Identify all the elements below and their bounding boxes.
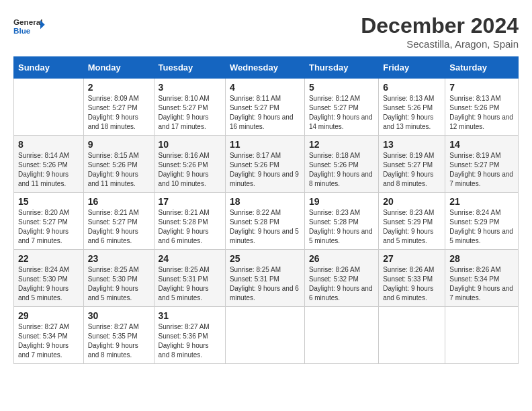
calendar-day-cell: 27 Sunrise: 8:26 AMSunset: 5:33 PMDaylig… <box>379 250 445 307</box>
day-number: 29 <box>18 310 79 321</box>
day-detail: Sunrise: 8:23 AMSunset: 5:29 PMDaylight:… <box>383 209 434 244</box>
day-detail: Sunrise: 8:19 AMSunset: 5:27 PMDaylight:… <box>449 152 513 187</box>
day-number: 13 <box>383 139 441 150</box>
calendar-day-cell: 12 Sunrise: 8:18 AMSunset: 5:26 PMDaylig… <box>304 136 378 193</box>
calendar-day-cell: 16 Sunrise: 8:21 AMSunset: 5:27 PMDaylig… <box>83 193 154 250</box>
calendar-week-row: 22 Sunrise: 8:24 AMSunset: 5:30 PMDaylig… <box>14 250 519 307</box>
day-detail: Sunrise: 8:27 AMSunset: 5:36 PMDaylight:… <box>159 323 210 359</box>
calendar-week-row: 2 Sunrise: 8:09 AMSunset: 5:27 PMDayligh… <box>14 79 519 136</box>
location-subtitle: Secastilla, Aragon, Spain <box>361 38 519 50</box>
day-number: 26 <box>309 253 374 264</box>
calendar-day-cell: 10 Sunrise: 8:16 AMSunset: 5:26 PMDaylig… <box>154 136 225 193</box>
calendar-day-cell: 7 Sunrise: 8:13 AMSunset: 5:26 PMDayligh… <box>445 79 519 136</box>
day-number: 16 <box>88 196 150 207</box>
calendar-day-cell: 11 Sunrise: 8:17 AMSunset: 5:26 PMDaylig… <box>225 136 304 193</box>
day-number: 24 <box>159 253 221 264</box>
svg-text:Blue: Blue <box>13 26 31 35</box>
calendar-day-cell: 20 Sunrise: 8:23 AMSunset: 5:29 PMDaylig… <box>379 193 445 250</box>
day-detail: Sunrise: 8:14 AMSunset: 5:26 PMDaylight:… <box>18 152 69 187</box>
day-detail: Sunrise: 8:26 AMSunset: 5:34 PMDaylight:… <box>449 266 513 302</box>
calendar-day-cell: 25 Sunrise: 8:25 AMSunset: 5:31 PMDaylig… <box>225 250 304 307</box>
day-number: 3 <box>159 82 221 93</box>
calendar-header-thursday: Thursday <box>304 57 378 79</box>
day-detail: Sunrise: 8:18 AMSunset: 5:26 PMDaylight:… <box>309 152 373 187</box>
day-number: 10 <box>159 139 221 150</box>
calendar-day-cell: 30 Sunrise: 8:27 AMSunset: 5:35 PMDaylig… <box>83 307 154 364</box>
day-number: 7 <box>449 82 514 93</box>
calendar-header-wednesday: Wednesday <box>225 57 304 79</box>
day-detail: Sunrise: 8:20 AMSunset: 5:27 PMDaylight:… <box>18 209 69 244</box>
day-number: 18 <box>230 196 300 207</box>
calendar-day-cell: 2 Sunrise: 8:09 AMSunset: 5:27 PMDayligh… <box>83 79 154 136</box>
calendar-week-row: 29 Sunrise: 8:27 AMSunset: 5:34 PMDaylig… <box>14 307 519 364</box>
page-header: General Blue December 2024 Secastilla, A… <box>13 13 519 50</box>
day-detail: Sunrise: 8:27 AMSunset: 5:35 PMDaylight:… <box>88 323 139 359</box>
calendar-day-cell: 22 Sunrise: 8:24 AMSunset: 5:30 PMDaylig… <box>14 250 84 307</box>
day-number: 12 <box>309 139 374 150</box>
calendar-day-cell: 14 Sunrise: 8:19 AMSunset: 5:27 PMDaylig… <box>445 136 519 193</box>
day-number: 21 <box>449 196 514 207</box>
calendar-day-cell: 24 Sunrise: 8:25 AMSunset: 5:31 PMDaylig… <box>154 250 225 307</box>
calendar-day-cell <box>14 79 84 136</box>
calendar-header-monday: Monday <box>83 57 154 79</box>
calendar-week-row: 15 Sunrise: 8:20 AMSunset: 5:27 PMDaylig… <box>14 193 519 250</box>
title-section: December 2024 Secastilla, Aragon, Spain <box>361 13 519 50</box>
calendar-week-row: 8 Sunrise: 8:14 AMSunset: 5:26 PMDayligh… <box>14 136 519 193</box>
day-number: 8 <box>18 139 79 150</box>
day-number: 4 <box>230 82 300 93</box>
day-detail: Sunrise: 8:21 AMSunset: 5:27 PMDaylight:… <box>88 209 139 244</box>
general-blue-logo-icon: General Blue <box>13 13 47 40</box>
day-number: 28 <box>449 253 514 264</box>
day-number: 25 <box>230 253 300 264</box>
calendar-day-cell: 18 Sunrise: 8:22 AMSunset: 5:28 PMDaylig… <box>225 193 304 250</box>
day-number: 9 <box>88 139 150 150</box>
day-detail: Sunrise: 8:11 AMSunset: 5:27 PMDaylight:… <box>230 95 294 130</box>
day-number: 11 <box>230 139 300 150</box>
day-detail: Sunrise: 8:15 AMSunset: 5:26 PMDaylight:… <box>88 152 139 187</box>
calendar-day-cell <box>379 307 445 364</box>
day-number: 30 <box>88 310 150 321</box>
calendar-header-sunday: Sunday <box>14 57 84 79</box>
day-number: 5 <box>309 82 374 93</box>
day-detail: Sunrise: 8:26 AMSunset: 5:32 PMDaylight:… <box>309 266 373 302</box>
day-number: 27 <box>383 253 441 264</box>
day-number: 15 <box>18 196 79 207</box>
calendar-header-friday: Friday <box>379 57 445 79</box>
day-detail: Sunrise: 8:22 AMSunset: 5:28 PMDaylight:… <box>230 209 299 244</box>
calendar-day-cell: 13 Sunrise: 8:19 AMSunset: 5:27 PMDaylig… <box>379 136 445 193</box>
calendar-day-cell: 6 Sunrise: 8:13 AMSunset: 5:26 PMDayligh… <box>379 79 445 136</box>
logo: General Blue <box>13 13 47 40</box>
day-detail: Sunrise: 8:23 AMSunset: 5:28 PMDaylight:… <box>309 209 373 244</box>
day-detail: Sunrise: 8:13 AMSunset: 5:26 PMDaylight:… <box>383 95 434 130</box>
day-detail: Sunrise: 8:27 AMSunset: 5:34 PMDaylight:… <box>18 323 69 359</box>
day-number: 19 <box>309 196 374 207</box>
calendar-day-cell <box>445 307 519 364</box>
calendar-day-cell: 21 Sunrise: 8:24 AMSunset: 5:29 PMDaylig… <box>445 193 519 250</box>
day-detail: Sunrise: 8:25 AMSunset: 5:31 PMDaylight:… <box>159 266 210 302</box>
day-detail: Sunrise: 8:12 AMSunset: 5:27 PMDaylight:… <box>309 95 373 130</box>
day-number: 31 <box>159 310 221 321</box>
day-number: 17 <box>159 196 221 207</box>
calendar-day-cell: 9 Sunrise: 8:15 AMSunset: 5:26 PMDayligh… <box>83 136 154 193</box>
day-detail: Sunrise: 8:21 AMSunset: 5:28 PMDaylight:… <box>159 209 210 244</box>
calendar-table: SundayMondayTuesdayWednesdayThursdayFrid… <box>13 56 519 364</box>
calendar-day-cell: 23 Sunrise: 8:25 AMSunset: 5:30 PMDaylig… <box>83 250 154 307</box>
month-title: December 2024 <box>361 13 519 38</box>
calendar-day-cell: 5 Sunrise: 8:12 AMSunset: 5:27 PMDayligh… <box>304 79 378 136</box>
calendar-header-row: SundayMondayTuesdayWednesdayThursdayFrid… <box>14 57 519 79</box>
day-detail: Sunrise: 8:24 AMSunset: 5:30 PMDaylight:… <box>18 266 69 302</box>
day-number: 2 <box>88 82 150 93</box>
day-detail: Sunrise: 8:25 AMSunset: 5:30 PMDaylight:… <box>88 266 139 302</box>
calendar-day-cell: 19 Sunrise: 8:23 AMSunset: 5:28 PMDaylig… <box>304 193 378 250</box>
day-detail: Sunrise: 8:26 AMSunset: 5:33 PMDaylight:… <box>383 266 434 302</box>
calendar-header-saturday: Saturday <box>445 57 519 79</box>
day-number: 22 <box>18 253 79 264</box>
day-number: 14 <box>449 139 514 150</box>
calendar-day-cell <box>225 307 304 364</box>
day-number: 23 <box>88 253 150 264</box>
calendar-day-cell: 15 Sunrise: 8:20 AMSunset: 5:27 PMDaylig… <box>14 193 84 250</box>
day-detail: Sunrise: 8:24 AMSunset: 5:29 PMDaylight:… <box>449 209 513 244</box>
svg-text:General: General <box>13 18 42 27</box>
day-detail: Sunrise: 8:19 AMSunset: 5:27 PMDaylight:… <box>383 152 434 187</box>
calendar-day-cell: 3 Sunrise: 8:10 AMSunset: 5:27 PMDayligh… <box>154 79 225 136</box>
